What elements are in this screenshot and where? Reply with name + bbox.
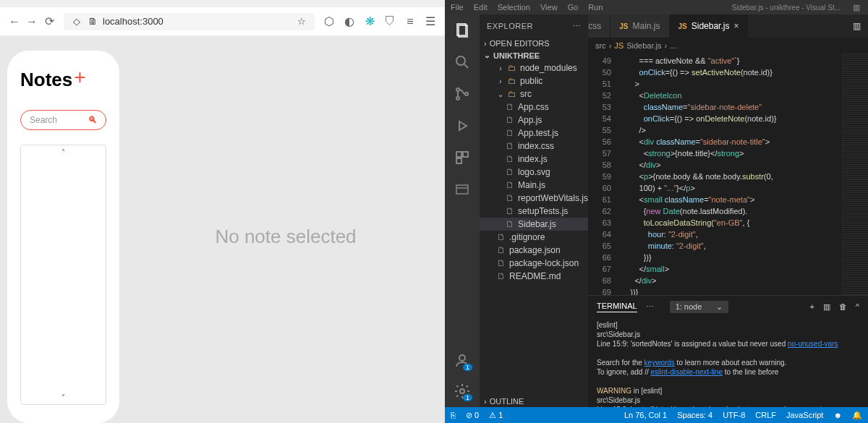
breadcrumb[interactable]: src› JS Sidebar.js› ... bbox=[588, 38, 868, 54]
search-icon: 🔍︎ bbox=[88, 115, 97, 125]
forward-icon[interactable]: → bbox=[26, 16, 38, 27]
file-icon: JS bbox=[678, 22, 687, 30]
status-errors[interactable]: ⊘ 0 bbox=[466, 411, 479, 420]
terminal-more-icon[interactable]: ⋯ bbox=[646, 302, 654, 312]
address-bar[interactable]: ◇ 🗎 localhost:3000 ☆ bbox=[64, 13, 315, 30]
notes-list-scroll[interactable]: ˄ ˅ bbox=[20, 145, 106, 405]
status-bell-icon[interactable]: 🔔 bbox=[852, 411, 862, 420]
pocket-icon[interactable]: ⬡ bbox=[323, 16, 335, 27]
status-cursor[interactable]: Ln 76, Col 1 bbox=[624, 411, 667, 420]
folder-icon: 🗀 bbox=[508, 76, 516, 86]
menu-view[interactable]: View bbox=[540, 3, 558, 12]
status-lang[interactable]: JavaScript bbox=[786, 411, 823, 420]
status-warnings[interactable]: ⚠ 1 bbox=[489, 411, 503, 420]
kill-terminal-icon[interactable]: 🗑 bbox=[839, 302, 847, 312]
list-icon[interactable]: ≡ bbox=[404, 16, 416, 27]
file-item[interactable]: 🗋App.css bbox=[480, 101, 588, 114]
terminal-tab[interactable]: TERMINAL bbox=[597, 302, 637, 312]
menu-icon[interactable]: ☰ bbox=[425, 16, 436, 27]
new-terminal-icon[interactable]: + bbox=[809, 302, 814, 312]
file-item[interactable]: 🗋index.js bbox=[480, 153, 588, 166]
code-editor[interactable]: 4950515253545556575859606162636465666768… bbox=[588, 54, 868, 295]
svg-point-14 bbox=[460, 389, 464, 393]
file-icon: 🗋 bbox=[506, 167, 514, 177]
outline-section[interactable]: ›OUTLINE bbox=[480, 396, 588, 407]
status-eol[interactable]: CRLF bbox=[755, 411, 776, 420]
file-item[interactable]: 🗋logo.svg bbox=[480, 166, 588, 179]
file-item[interactable]: 🗋package.json bbox=[480, 244, 588, 257]
activity-explorer-icon[interactable] bbox=[454, 22, 471, 39]
terminal-selector[interactable]: 1: node⌄ bbox=[670, 301, 729, 313]
activity-scm-icon[interactable] bbox=[454, 85, 471, 103]
svg-rect-10 bbox=[456, 158, 461, 163]
status-indent[interactable]: Spaces: 4 bbox=[677, 411, 712, 420]
scroll-down-icon[interactable]: ˅ bbox=[61, 393, 65, 401]
editor-tab[interactable]: JSSidebar.js× bbox=[670, 14, 749, 38]
svg-rect-8 bbox=[456, 152, 461, 157]
activity-settings-icon[interactable]: 1 bbox=[454, 383, 471, 400]
add-note-button[interactable]: + bbox=[74, 66, 85, 89]
back-icon[interactable]: ← bbox=[9, 16, 20, 27]
svg-rect-9 bbox=[463, 152, 468, 157]
editor-tab[interactable]: JSMain.js bbox=[610, 14, 669, 38]
file-item[interactable]: 🗋Sidebar.js bbox=[480, 218, 588, 231]
file-item[interactable]: 🗋package-lock.json bbox=[480, 257, 588, 270]
menu-selection[interactable]: Selection bbox=[498, 3, 530, 12]
maximize-terminal-icon[interactable]: ^ bbox=[856, 302, 859, 312]
file-item[interactable]: 🗋.gitignore bbox=[480, 231, 588, 244]
file-icon: 🗋 bbox=[506, 219, 514, 229]
activity-debug-icon[interactable] bbox=[454, 117, 471, 134]
layout-icon[interactable]: ▥ bbox=[851, 1, 862, 13]
shield-icon: ◇ bbox=[71, 16, 82, 27]
menu-run[interactable]: Run bbox=[588, 3, 603, 12]
editor-tab[interactable]: #App.css bbox=[588, 14, 610, 38]
chevron-down-icon: ⌄ bbox=[716, 302, 723, 312]
menu-edit[interactable]: Edit bbox=[474, 3, 488, 12]
activity-other-icon[interactable] bbox=[454, 181, 471, 198]
editor-tabs: #App.cssJSMain.jsJSSidebar.js×▥ bbox=[588, 14, 868, 38]
activity-search-icon[interactable] bbox=[454, 54, 471, 71]
browser-toolbar: ← → ⟳ ◇ 🗎 localhost:3000 ☆ ⬡ ◐ ❋ ⛉ ≡ ☰ bbox=[0, 7, 445, 36]
file-item[interactable]: 🗋App.js bbox=[480, 114, 588, 127]
folder-item[interactable]: ›🗀node_modules bbox=[480, 61, 588, 74]
file-icon: 🗋 bbox=[506, 128, 514, 138]
file-icon: 🗋 bbox=[506, 193, 514, 203]
reload-icon[interactable]: ⟳ bbox=[43, 16, 55, 27]
minimap[interactable] bbox=[842, 54, 868, 295]
status-feedback-icon[interactable]: ☻ bbox=[833, 411, 842, 420]
menu-go[interactable]: Go bbox=[568, 3, 579, 12]
file-item[interactable]: 🗋reportWebVitals.js bbox=[480, 192, 588, 205]
file-icon: 🗋 bbox=[506, 141, 514, 151]
activity-extensions-icon[interactable] bbox=[454, 149, 471, 166]
terminal-output[interactable]: [eslint]src\Sidebar.js Line 15:9: 'sorte… bbox=[588, 317, 868, 407]
empty-message: No note selected bbox=[215, 226, 356, 248]
file-item[interactable]: 🗋index.css bbox=[480, 140, 588, 153]
split-terminal-icon[interactable]: ▥ bbox=[823, 302, 830, 312]
split-editor-icon[interactable]: ▥ bbox=[846, 14, 868, 38]
bookmark-icon[interactable]: ☆ bbox=[296, 16, 307, 27]
file-item[interactable]: 🗋setupTests.js bbox=[480, 205, 588, 218]
open-editors-section[interactable]: ›OPEN EDITORS bbox=[480, 38, 588, 49]
ext2-icon[interactable]: ❋ bbox=[364, 16, 375, 27]
close-icon[interactable]: × bbox=[733, 21, 739, 31]
status-encoding[interactable]: UTF-8 bbox=[723, 411, 745, 420]
file-icon: 🗋 bbox=[506, 102, 514, 112]
file-icon: JS bbox=[619, 22, 628, 30]
folder-item[interactable]: ›🗀public bbox=[480, 74, 588, 87]
file-item[interactable]: 🗋README.md bbox=[480, 270, 588, 283]
ext3-icon[interactable]: ⛉ bbox=[384, 16, 396, 27]
activity-bar: 1 1 bbox=[445, 14, 480, 407]
folder-item[interactable]: ⌄🗀src bbox=[480, 87, 588, 101]
ext1-icon[interactable]: ◐ bbox=[344, 16, 355, 27]
notes-main: No note selected bbox=[134, 51, 438, 423]
file-item[interactable]: 🗋App.test.js bbox=[480, 127, 588, 140]
search-input[interactable]: Search 🔍︎ bbox=[20, 110, 106, 130]
menu-file[interactable]: File bbox=[451, 3, 464, 12]
file-item[interactable]: 🗋Main.js bbox=[480, 179, 588, 192]
project-root[interactable]: ⌄UNIKTHREE bbox=[480, 49, 588, 61]
activity-account-icon[interactable]: 1 bbox=[454, 352, 471, 369]
remote-icon[interactable]: ⎘ bbox=[451, 411, 456, 419]
explorer-more-icon[interactable]: ⋯ bbox=[573, 22, 582, 31]
file-icon: 🗋 bbox=[506, 115, 514, 125]
scroll-up-icon[interactable]: ˄ bbox=[61, 148, 65, 156]
